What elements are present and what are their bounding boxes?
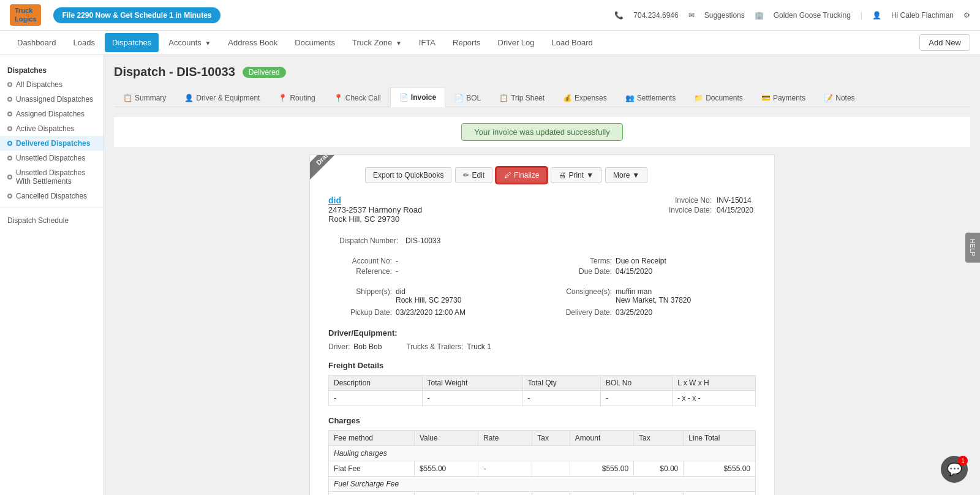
invoice-date-row: Invoice Date: 04/15/2020 (666, 205, 756, 215)
fuel-group-label: Fuel Surcharge Fee (329, 477, 756, 492)
driver-row: Driver: Bob Bob (328, 342, 382, 351)
page-header: Dispatch - DIS-10033 Delivered (114, 65, 970, 79)
add-new-button[interactable]: Add New (919, 34, 970, 51)
sidebar-label: Unsettled Dispatches With Settlements (16, 168, 96, 186)
consignees-label: Consignee(s): (548, 287, 616, 304)
nav-reports[interactable]: Reports (445, 33, 488, 52)
sidebar-item-dispatch-schedule[interactable]: Dispatch Schedule (0, 211, 104, 230)
tab-settlements[interactable]: 👥 Settlements (616, 88, 685, 107)
more-button[interactable]: More ▼ (605, 167, 647, 183)
delivery-row: Delivery Date: 03/25/2020 (548, 308, 756, 317)
nav-driver-log[interactable]: Driver Log (491, 33, 542, 52)
sidebar-item-active[interactable]: Active Dispatches (0, 121, 104, 136)
sidebar-item-delivered[interactable]: Delivered Dispatches (0, 136, 104, 151)
shippers-label: Shipper(s): (328, 287, 396, 304)
sidebar-item-unsettled-settlements[interactable]: Unsettled Dispatches With Settlements (0, 165, 104, 189)
consignees-info: muffin man New Market, TN 37820 (616, 287, 691, 304)
company-name[interactable]: did (328, 195, 422, 205)
tab-payments[interactable]: 💳 Payments (752, 88, 815, 107)
dot-icon (7, 126, 12, 131)
page-title: Dispatch - DIS-10033 (114, 65, 235, 79)
shippers-info: did Rock Hill, SC 29730 (396, 287, 461, 304)
tab-notes[interactable]: 📝 Notes (815, 88, 864, 107)
promo-button[interactable]: File 2290 Now & Get Schedule 1 in Minute… (53, 7, 220, 23)
right-col: Terms: Due on Receipt Due Date: 04/15/20… (548, 257, 756, 278)
sidebar-label: All Dispatches (16, 80, 62, 89)
export-quickbooks-button[interactable]: Export to QuickBooks (365, 167, 451, 183)
sidebar-title: Dispatches (0, 61, 104, 77)
tab-trip-sheet[interactable]: 📋 Trip Sheet (490, 88, 554, 107)
hauling-group-row: Hauling charges (329, 446, 756, 461)
nav-load-board[interactable]: Load Board (545, 33, 600, 52)
freight-lwh: - x - x - (673, 391, 756, 406)
logo-line2: Logics (15, 15, 36, 23)
invoice-toolbar: Export to QuickBooks ✏ Edit 🖊 Finalize 🖨… (365, 167, 756, 183)
percent-row: Percent $555.00 0.00% - $0.00 $0.00 $0.0… (329, 492, 756, 496)
nav-loads[interactable]: Loads (66, 33, 102, 52)
dispatch-number-label: Dispatch Number: (328, 235, 402, 247)
logo-line1: Truck (15, 7, 36, 15)
dot-icon (7, 156, 12, 161)
sidebar-item-unsettled[interactable]: Unsettled Dispatches (0, 151, 104, 165)
tab-driver-equipment[interactable]: 👤 Driver & Equipment (175, 88, 269, 107)
suggestions-link[interactable]: Suggestions (704, 11, 745, 20)
percent-tax: - (532, 492, 570, 496)
due-date-label: Due Date: (548, 267, 616, 276)
nav-accounts[interactable]: Accounts ▼ (161, 33, 218, 52)
sidebar-item-all-dispatches[interactable]: All Dispatches (0, 77, 104, 92)
company-city: Rock Hill, SC 29730 (328, 214, 422, 224)
invoice-no-row: Invoice No: INV-15014 (666, 195, 756, 205)
company-info: did 2473-2537 Harmony Road Rock Hill, SC… (328, 195, 422, 224)
tab-bol[interactable]: 📄 BOL (445, 88, 490, 107)
sidebar: Dispatches All Dispatches Unassigned Dis… (0, 55, 104, 495)
tab-summary[interactable]: 📋 Summary (114, 88, 175, 107)
charges-col-rate: Rate (478, 431, 532, 446)
sidebar-item-assigned[interactable]: Assigned Dispatches (0, 107, 104, 121)
tab-documents[interactable]: 📁 Documents (685, 88, 752, 107)
reference-value: - (396, 267, 398, 276)
trucks-value: Truck 1 (467, 342, 491, 351)
nav-dispatches[interactable]: Dispatches (105, 33, 159, 52)
driver-equip: Driver: Bob Bob Trucks & Trailers: Truck… (328, 342, 756, 351)
tab-expenses[interactable]: 💰 Expenses (554, 88, 616, 107)
chat-bubble[interactable]: 💬 1 (941, 456, 968, 483)
nav-documents[interactable]: Documents (287, 33, 342, 52)
tab-routing[interactable]: 📍 Routing (269, 88, 324, 107)
nav-ifta[interactable]: IFTA (412, 33, 443, 52)
nav-truck-zone[interactable]: Truck Zone ▼ (345, 33, 409, 52)
terms-label: Terms: (548, 257, 616, 265)
status-badge: Delivered (243, 67, 286, 78)
charges-col-line-total: Line Total (684, 431, 756, 446)
print-button[interactable]: 🖨 Print ▼ (551, 167, 601, 183)
flat-fee-rate: - (478, 461, 532, 477)
sidebar-item-unassigned[interactable]: Unassigned Dispatches (0, 92, 104, 107)
driver-value: Bob Bob (353, 342, 382, 351)
nav-dashboard[interactable]: Dashboard (10, 33, 64, 52)
percent-value: $555.00 (414, 492, 478, 496)
draft-ribbon-text: Draft (310, 155, 347, 182)
consignees-city: New Market, TN 37820 (616, 296, 691, 304)
main-content: Dispatch - DIS-10033 Delivered 📋 Summary… (104, 55, 980, 495)
charges-section: Charges Fee method Value Rate Tax Amount… (328, 416, 756, 495)
tab-invoice[interactable]: 📄 Invoice (390, 88, 445, 107)
shippers-city: Rock Hill, SC 29730 (396, 296, 461, 304)
dispatch-number-row: Dispatch Number: DIS-10033 (328, 235, 756, 247)
charges-tbody: Hauling charges Flat Fee $555.00 - $555.… (329, 446, 756, 496)
edit-button[interactable]: ✏ Edit (455, 167, 492, 183)
sidebar-item-cancelled[interactable]: Cancelled Dispatches (0, 189, 104, 203)
delivery-date-label: Delivery Date: (548, 308, 616, 317)
finalize-button[interactable]: 🖊 Finalize (496, 167, 547, 183)
nav-address-book[interactable]: Address Book (221, 33, 285, 52)
shipper-row: Shipper(s): did Rock Hill, SC 29730 (328, 287, 536, 304)
company-name: Golden Goose Trucking (774, 11, 851, 20)
tab-check-call[interactable]: 📍 Check Call (325, 88, 390, 107)
invoice-banner: Your invoice was updated successfully (114, 117, 970, 147)
separator: | (861, 11, 862, 20)
charges-col-tax: Tax (532, 431, 570, 446)
sidebar-label: Delivered Dispatches (16, 139, 90, 148)
freight-thead: Description Total Weight Total Qty BOL N… (329, 376, 756, 391)
invoice-header: did 2473-2537 Harmony Road Rock Hill, SC… (328, 195, 756, 224)
help-tab[interactable]: HELP (965, 233, 980, 263)
trucks-row: Trucks & Trailers: Truck 1 (406, 342, 491, 351)
settings-icon[interactable]: ⚙ (963, 11, 970, 20)
